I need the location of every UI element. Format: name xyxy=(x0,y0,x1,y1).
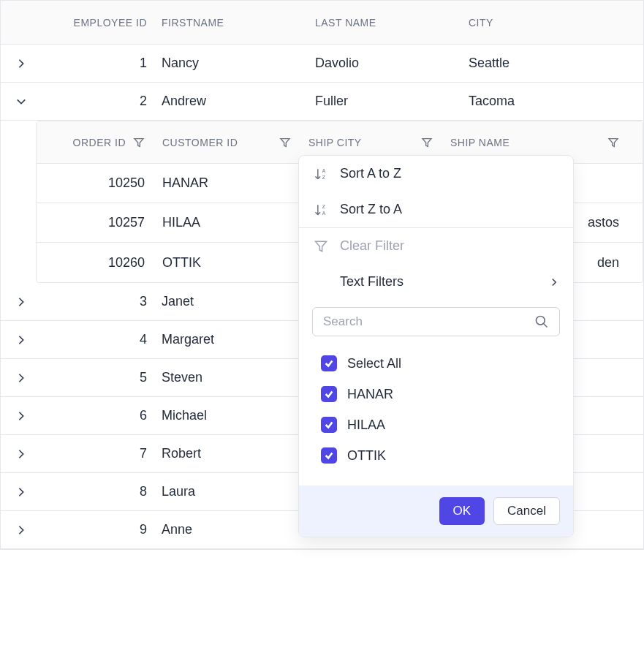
svg-point-9 xyxy=(537,317,545,325)
checkbox-label: Select All xyxy=(347,356,401,371)
nested-header-order-id[interactable]: ORDER ID xyxy=(37,137,154,148)
chevron-right-icon xyxy=(16,335,26,345)
clear-filter-item: Clear Filter xyxy=(299,228,573,264)
filter-popup: AZ Sort A to Z ZA Sort Z to A Clear Filt… xyxy=(298,155,574,537)
cancel-button[interactable]: Cancel xyxy=(493,497,560,525)
chevron-right-icon xyxy=(16,487,26,497)
cell-employee-id: 3 xyxy=(42,294,154,309)
svg-marker-8 xyxy=(316,241,327,251)
checkbox-option[interactable]: HANAR xyxy=(317,379,556,409)
cell-employee-id: 7 xyxy=(42,446,154,461)
expand-button[interactable] xyxy=(12,445,31,464)
checkbox-icon xyxy=(321,386,337,402)
cell-employee-id: 5 xyxy=(42,370,154,385)
nested-header-ship-name-label: SHIP NAME xyxy=(450,137,509,148)
collapse-button[interactable] xyxy=(12,92,31,111)
text-filters-label: Text Filters xyxy=(340,274,404,290)
checkbox-label: HANAR xyxy=(347,387,393,402)
nested-cell-order-id: 10250 xyxy=(37,175,154,191)
table-row: 1 Nancy Davolio Seattle xyxy=(1,45,643,83)
grid-header-row: EMPLOYEE ID FIRSTNAME LAST NAME CITY xyxy=(1,1,643,45)
cell-firstname: Andrew xyxy=(154,94,308,109)
svg-text:Z: Z xyxy=(322,174,325,179)
nested-header-ship-city-label: SHIP CITY xyxy=(308,137,362,148)
filter-button[interactable] xyxy=(607,137,619,148)
expand-button[interactable] xyxy=(12,369,31,388)
cell-firstname: Nancy xyxy=(154,56,308,71)
ok-button[interactable]: OK xyxy=(439,497,485,525)
nested-header-customer-id[interactable]: CUSTOMER ID xyxy=(154,137,300,148)
checkbox-option[interactable]: OTTIK xyxy=(317,440,556,471)
header-lastname[interactable]: LAST NAME xyxy=(308,17,461,29)
expand-button[interactable] xyxy=(12,54,31,73)
checkbox-label: OTTIK xyxy=(347,448,386,464)
header-firstname[interactable]: FIRSTNAME xyxy=(154,17,308,29)
svg-marker-3 xyxy=(609,138,618,146)
cell-lastname: Davolio xyxy=(308,56,461,71)
expand-button[interactable] xyxy=(12,521,31,540)
cell-employee-id: 2 xyxy=(42,94,154,109)
sort-az-label: Sort A to Z xyxy=(340,166,401,181)
chevron-down-icon xyxy=(16,97,26,107)
checkbox-option[interactable]: HILAA xyxy=(317,409,556,440)
nested-header-customer-id-label: CUSTOMER ID xyxy=(162,137,238,148)
nested-cell-customer-id: OTTIK xyxy=(154,255,300,271)
cell-firstname: Robert xyxy=(154,446,308,461)
nested-cell-order-id: 10257 xyxy=(37,215,154,230)
sort-za-item[interactable]: ZA Sort Z to A xyxy=(299,192,573,227)
sort-asc-icon: AZ xyxy=(314,167,328,181)
checkbox-icon xyxy=(321,447,337,464)
cell-firstname: Anne xyxy=(154,522,308,537)
expand-button[interactable] xyxy=(12,407,31,426)
table-row: 2 Andrew Fuller Tacoma xyxy=(1,83,643,121)
chevron-right-icon xyxy=(16,58,26,69)
cell-employee-id: 1 xyxy=(42,56,154,71)
sort-desc-icon: ZA xyxy=(314,203,328,217)
filter-button[interactable] xyxy=(279,137,291,148)
cell-firstname: Laura xyxy=(154,484,308,499)
header-employee-id[interactable]: EMPLOYEE ID xyxy=(42,17,154,29)
svg-marker-1 xyxy=(281,138,289,146)
svg-text:A: A xyxy=(322,210,326,215)
cell-firstname: Margaret xyxy=(154,332,308,347)
filter-icon xyxy=(314,239,328,254)
checkbox-label: HILAA xyxy=(347,417,385,433)
filter-checkbox-list: Select All HANAR HILAA OTTIK xyxy=(299,341,573,485)
header-city[interactable]: CITY xyxy=(461,17,637,29)
popup-footer: OK Cancel xyxy=(299,485,573,537)
search-icon xyxy=(534,314,549,329)
filter-icon xyxy=(279,137,291,148)
chevron-right-icon xyxy=(550,278,558,287)
checkbox-select-all[interactable]: Select All xyxy=(317,348,556,379)
cell-lastname: Fuller xyxy=(308,94,461,109)
sort-za-label: Sort Z to A xyxy=(340,202,402,217)
cell-employee-id: 4 xyxy=(42,332,154,347)
svg-text:Z: Z xyxy=(322,204,325,209)
nested-cell-customer-id: HILAA xyxy=(154,215,300,230)
svg-marker-2 xyxy=(423,138,431,146)
nested-header-ship-city[interactable]: SHIP CITY xyxy=(300,137,442,148)
expand-button[interactable] xyxy=(12,483,31,502)
cell-firstname: Janet xyxy=(154,294,308,309)
nested-header-ship-name[interactable]: SHIP NAME xyxy=(442,137,628,148)
search-container xyxy=(299,300,573,341)
cell-firstname: Steven xyxy=(154,370,308,385)
checkbox-icon xyxy=(321,417,337,433)
filter-button[interactable] xyxy=(421,137,433,148)
cell-firstname: Michael xyxy=(154,408,308,423)
svg-marker-0 xyxy=(135,138,143,146)
text-filters-item[interactable]: Text Filters xyxy=(299,264,573,300)
nested-cell-customer-id: HANAR xyxy=(154,175,300,191)
chevron-right-icon xyxy=(16,525,26,535)
search-input[interactable] xyxy=(323,314,527,329)
chevron-right-icon xyxy=(16,373,26,383)
filter-button[interactable] xyxy=(133,137,145,148)
chevron-right-icon xyxy=(16,449,26,459)
cell-city: Tacoma xyxy=(461,94,637,109)
cell-employee-id: 9 xyxy=(42,522,154,537)
nested-cell-order-id: 10260 xyxy=(37,255,154,271)
sort-az-item[interactable]: AZ Sort A to Z xyxy=(299,156,573,192)
expand-button[interactable] xyxy=(12,330,31,349)
search-box xyxy=(312,307,560,336)
expand-button[interactable] xyxy=(12,292,31,311)
